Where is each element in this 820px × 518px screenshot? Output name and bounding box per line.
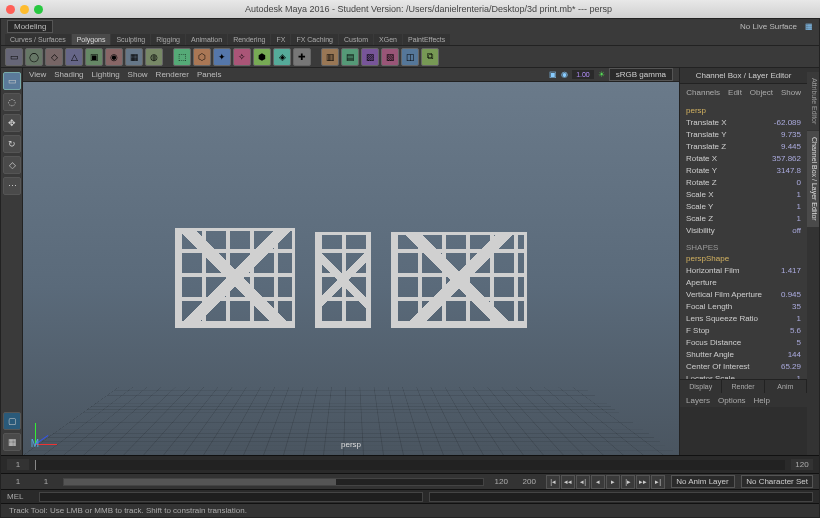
attr-label[interactable]: Scale Y bbox=[686, 201, 713, 213]
shelf-icon[interactable]: ▤ bbox=[341, 48, 359, 66]
shelf-tab-xgen[interactable]: XGen bbox=[374, 34, 402, 45]
attr-label[interactable]: Focus Distance bbox=[686, 337, 741, 349]
shelf-icon[interactable]: ✦ bbox=[213, 48, 231, 66]
range-end-in[interactable]: 120 bbox=[490, 476, 512, 487]
rotate-tool[interactable]: ↻ bbox=[3, 135, 21, 153]
attr-label[interactable]: Translate X bbox=[686, 117, 727, 129]
attr-value[interactable]: 5.6 bbox=[763, 325, 801, 337]
shelf-icon[interactable]: ✚ bbox=[293, 48, 311, 66]
prev-key-button[interactable]: ◂| bbox=[576, 475, 590, 489]
time-start[interactable]: 1 bbox=[7, 459, 29, 470]
minimize-window-button[interactable] bbox=[20, 5, 29, 14]
attr-label[interactable]: Center Of Interest bbox=[686, 361, 750, 373]
shelf-icon[interactable]: ▨ bbox=[361, 48, 379, 66]
attr-label[interactable]: Rotate X bbox=[686, 153, 717, 165]
attr-label[interactable]: Translate Y bbox=[686, 129, 726, 141]
film-gate-icon[interactable]: ▣ bbox=[549, 70, 557, 79]
shelf-icon[interactable]: ◯ bbox=[25, 48, 43, 66]
shelf-icon[interactable]: ◍ bbox=[145, 48, 163, 66]
shelf-icon[interactable]: ◈ bbox=[273, 48, 291, 66]
shelf-tab-polygons[interactable]: Polygons bbox=[72, 34, 111, 45]
shelf-icon[interactable]: ◉ bbox=[105, 48, 123, 66]
vp-menu-lighting[interactable]: Lighting bbox=[92, 70, 120, 79]
attr-value[interactable]: 9.445 bbox=[763, 141, 801, 153]
shelf-tab-fx[interactable]: FX bbox=[271, 34, 290, 45]
shelf-icon[interactable]: ⬢ bbox=[253, 48, 271, 66]
ch-tab-channels[interactable]: Channels bbox=[686, 88, 720, 97]
select-tool[interactable]: ▭ bbox=[3, 72, 21, 90]
attr-label[interactable]: F Stop bbox=[686, 325, 710, 337]
attr-value[interactable]: 35 bbox=[763, 301, 801, 313]
lasso-tool[interactable]: ◌ bbox=[3, 93, 21, 111]
attr-value[interactable]: 1.417 bbox=[763, 265, 801, 289]
shelf-tab-fxcaching[interactable]: FX Caching bbox=[291, 34, 338, 45]
shelf-icon[interactable]: ▧ bbox=[381, 48, 399, 66]
viewport-3d[interactable]: persp M bbox=[23, 82, 679, 455]
shelf-icon[interactable]: ▭ bbox=[5, 48, 23, 66]
close-window-button[interactable] bbox=[6, 5, 15, 14]
ch-tab-object[interactable]: Object bbox=[750, 88, 773, 97]
attr-value[interactable]: 1 bbox=[763, 213, 801, 225]
vp-menu-shading[interactable]: Shading bbox=[54, 70, 83, 79]
gate-mask-icon[interactable]: ◉ bbox=[561, 70, 568, 79]
side-tab-attribute-editor[interactable]: Attribute Editor bbox=[807, 72, 819, 130]
shelf-icon[interactable]: ▦ bbox=[125, 48, 143, 66]
attr-label[interactable]: Rotate Y bbox=[686, 165, 717, 177]
attr-label[interactable]: Scale X bbox=[686, 189, 714, 201]
shelf-tab-curves[interactable]: Curves / Surfaces bbox=[5, 34, 71, 45]
range-bar[interactable] bbox=[63, 478, 484, 486]
range-start-out[interactable]: 1 bbox=[7, 476, 29, 487]
workspace-selector[interactable]: Modeling bbox=[7, 20, 53, 33]
attr-value[interactable]: 3147.8 bbox=[763, 165, 801, 177]
attr-value[interactable]: 1 bbox=[763, 189, 801, 201]
shelf-tab-rigging[interactable]: Rigging bbox=[151, 34, 185, 45]
shelf-icon[interactable]: ⬡ bbox=[193, 48, 211, 66]
magnet-icon[interactable]: ▦ bbox=[805, 22, 813, 31]
attr-value[interactable]: 357.862 bbox=[763, 153, 801, 165]
maximize-window-button[interactable] bbox=[34, 5, 43, 14]
character-set-dropdown[interactable]: No Character Set bbox=[741, 475, 813, 488]
attr-value[interactable]: 0.945 bbox=[763, 289, 801, 301]
shelf-icon[interactable]: ⧉ bbox=[421, 48, 439, 66]
shelf-icon[interactable]: ▥ bbox=[321, 48, 339, 66]
attr-value[interactable]: off bbox=[763, 225, 801, 237]
attr-label[interactable]: Horizontal Film Aperture bbox=[686, 265, 763, 289]
shelf-tab-custom[interactable]: Custom bbox=[339, 34, 373, 45]
attr-value[interactable]: 1 bbox=[763, 313, 801, 325]
selected-object-name[interactable]: persp bbox=[686, 106, 801, 115]
attr-label[interactable]: Vertical Film Aperture bbox=[686, 289, 762, 301]
ch-tab-edit[interactable]: Edit bbox=[728, 88, 742, 97]
attr-value[interactable]: -62.089 bbox=[763, 117, 801, 129]
exposure-icon[interactable]: ☀ bbox=[598, 70, 605, 79]
shelf-icon[interactable]: ⬚ bbox=[173, 48, 191, 66]
attr-value[interactable]: 144 bbox=[763, 349, 801, 361]
time-track[interactable] bbox=[35, 460, 785, 470]
ch-tab-show[interactable]: Show bbox=[781, 88, 801, 97]
foot-tab-display[interactable]: Display bbox=[680, 380, 722, 393]
step-back-button[interactable]: ◂◂ bbox=[561, 475, 575, 489]
time-slider[interactable]: 1 120 bbox=[1, 455, 819, 473]
vp-menu-panels[interactable]: Panels bbox=[197, 70, 221, 79]
layer-menu-help[interactable]: Help bbox=[754, 396, 770, 405]
command-language-label[interactable]: MEL bbox=[7, 492, 33, 501]
move-tool[interactable]: ✥ bbox=[3, 114, 21, 132]
shelf-icon[interactable]: ◇ bbox=[45, 48, 63, 66]
last-tool[interactable]: ⋯ bbox=[3, 177, 21, 195]
shelf-icon[interactable]: ▣ bbox=[85, 48, 103, 66]
shape-name[interactable]: perspShape bbox=[686, 254, 801, 263]
play-back-button[interactable]: ◂ bbox=[591, 475, 605, 489]
attr-value[interactable]: 65.29 bbox=[763, 361, 801, 373]
shelf-tab-painteffects[interactable]: PaintEffects bbox=[403, 34, 450, 45]
gamma-value[interactable]: 1.00 bbox=[572, 70, 594, 79]
play-forward-button[interactable]: ▸ bbox=[606, 475, 620, 489]
attr-label[interactable]: Visibility bbox=[686, 225, 715, 237]
rewind-button[interactable]: |◂ bbox=[546, 475, 560, 489]
shelf-tab-rendering[interactable]: Rendering bbox=[228, 34, 270, 45]
layer-menu-layers[interactable]: Layers bbox=[686, 396, 710, 405]
anim-layer-dropdown[interactable]: No Anim Layer bbox=[671, 475, 735, 488]
range-end-out[interactable]: 200 bbox=[518, 476, 540, 487]
foot-tab-render[interactable]: Render bbox=[722, 380, 764, 393]
attr-label[interactable]: Scale Z bbox=[686, 213, 713, 225]
attr-value[interactable]: 0 bbox=[763, 177, 801, 189]
live-surface-indicator[interactable]: No Live Surface bbox=[740, 22, 797, 31]
